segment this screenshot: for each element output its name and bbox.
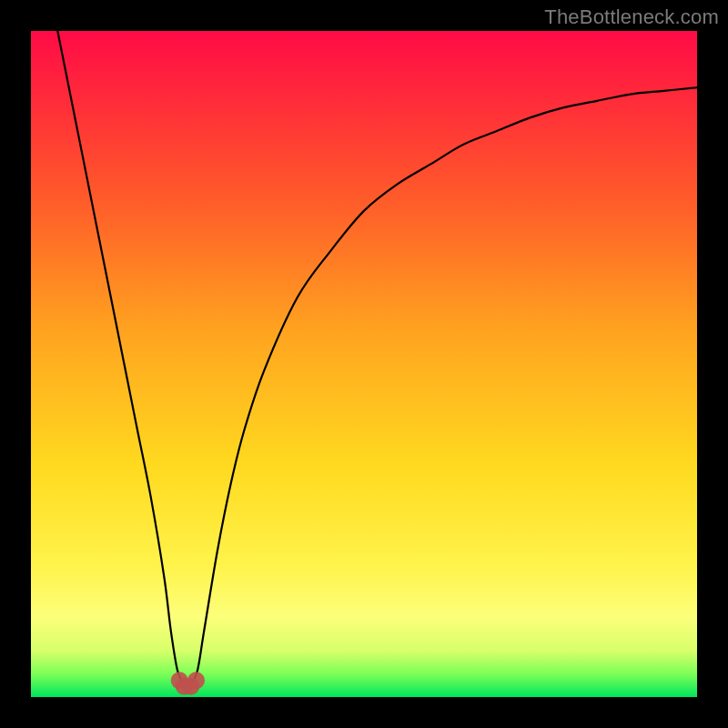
min-marker-right xyxy=(187,672,205,689)
curve-layer xyxy=(31,31,697,697)
min-markers xyxy=(171,672,205,695)
chart-frame: TheBottleneck.com xyxy=(0,0,728,728)
plot-area xyxy=(31,31,697,697)
watermark-text: TheBottleneck.com xyxy=(544,5,719,29)
bottleneck-curve xyxy=(57,31,697,685)
